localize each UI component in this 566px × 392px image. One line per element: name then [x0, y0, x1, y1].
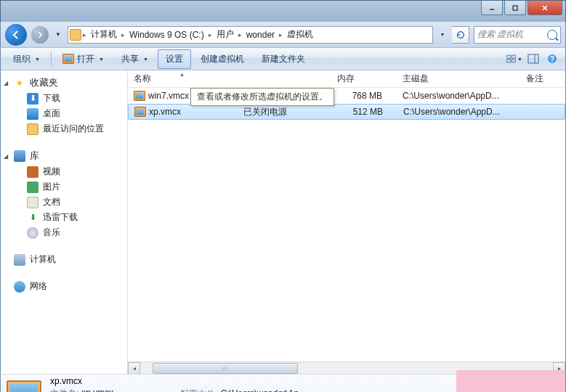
svg-rect-8: [528, 54, 538, 63]
svg-rect-7: [512, 60, 515, 62]
breadcrumb-segment[interactable]: Windows 9 OS (C:): [126, 27, 207, 43]
back-button[interactable]: [5, 24, 27, 46]
address-dropdown[interactable]: ▾: [437, 26, 448, 44]
sidebar-item-recent[interactable]: 最近访问的位置: [1, 121, 127, 136]
create-vm-button[interactable]: 创建虚拟机: [193, 49, 252, 69]
file-list: win7.vmcx 正在运行 768 MB C:\Users\wonder\Ap…: [128, 88, 565, 362]
star-icon: ★: [14, 77, 25, 89]
sidebar-item-thunder[interactable]: ⬇迅雷下载: [1, 210, 127, 225]
watermark: [456, 370, 565, 392]
sidebar-computer[interactable]: 计算机: [1, 252, 127, 267]
thunder-icon: ⬇: [27, 212, 39, 224]
address-bar[interactable]: ▸ 计算机▸ Windows 9 OS (C:)▸ 用户▸ wonder▸ 虚拟…: [68, 26, 433, 44]
network-icon: [14, 281, 25, 293]
refresh-button[interactable]: [452, 26, 469, 44]
details-pane: xp.vmcx 文件名:xp.vmcx 计算机状态:已关闭电源 配置文件:C:\…: [0, 374, 566, 392]
column-notes[interactable]: 备注: [520, 73, 565, 85]
details-value: xp.vmcx: [81, 388, 113, 392]
sidebar-item-music[interactable]: 音乐: [1, 225, 127, 240]
vm-file-icon: [134, 107, 146, 117]
selected-file-icon: [7, 378, 41, 392]
history-dropdown[interactable]: ▼: [53, 26, 63, 44]
desktop-icon: [27, 108, 39, 120]
scroll-thumb[interactable]: [153, 363, 298, 374]
preview-pane-button[interactable]: [525, 51, 542, 67]
svg-rect-4: [507, 55, 511, 58]
recent-icon: [27, 123, 39, 135]
open-button[interactable]: 打开▼: [54, 49, 112, 69]
content-pane: ▲名称 内存 主磁盘 备注 查看或者修改所选虚拟机的设置。 win7.vmcx …: [128, 70, 565, 374]
vm-file-icon: [134, 91, 145, 101]
details-label: 文件名:: [50, 388, 78, 392]
video-icon: [27, 166, 39, 178]
search-input[interactable]: 搜索 虚拟机: [474, 26, 561, 44]
folder-icon: [70, 29, 81, 41]
breadcrumb-segment[interactable]: 虚拟机: [284, 27, 316, 43]
sidebar-item-documents[interactable]: 文档: [1, 195, 127, 210]
details-value: C:\Users\wonder\Ap...: [221, 388, 306, 393]
new-folder-button[interactable]: 新建文件夹: [254, 49, 313, 69]
column-headers: ▲名称 内存 主磁盘 备注: [128, 70, 565, 88]
sidebar-item-downloads[interactable]: ⬇下载: [1, 91, 127, 106]
help-button[interactable]: ?: [543, 51, 561, 67]
title-bar: [0, 0, 566, 22]
toolbar: 组织▼ 打开▼ 共享▼ 设置 创建虚拟机 新建文件夹 ▼ ?: [0, 47, 566, 70]
forward-button[interactable]: [31, 26, 49, 44]
scroll-left-button[interactable]: ◂: [128, 362, 140, 375]
view-options-button[interactable]: ▼: [506, 51, 523, 67]
navigation-row: ▼ ▸ 计算机▸ Windows 9 OS (C:)▸ 用户▸ wonder▸ …: [0, 22, 566, 47]
sidebar-network[interactable]: 网络: [1, 279, 127, 294]
library-icon: [14, 150, 25, 162]
svg-rect-5: [512, 55, 515, 58]
file-row[interactable]: xp.vmcx 已关闭电源 512 MB C:\Users\wonder\App…: [128, 104, 565, 120]
details-label: 配置文件:: [180, 388, 217, 393]
sidebar-item-pictures[interactable]: 图片: [1, 179, 127, 195]
svg-rect-1: [513, 6, 517, 10]
breadcrumb-segment[interactable]: 用户: [214, 27, 237, 43]
vm-icon: [62, 54, 74, 64]
separator: [51, 52, 52, 66]
sidebar-item-videos[interactable]: 视频: [1, 164, 127, 179]
music-icon: [27, 227, 39, 239]
share-button[interactable]: 共享▼: [113, 49, 156, 69]
download-icon: ⬇: [27, 93, 39, 105]
sort-asc-icon: ▲: [179, 71, 185, 78]
sidebar: ★收藏夹 ⬇下载 桌面 最近访问的位置 库 视频 图片 文档 ⬇迅雷下载 音乐 …: [1, 70, 128, 374]
maximize-button[interactable]: [504, 1, 526, 15]
column-name[interactable]: ▲名称: [128, 73, 237, 85]
details-filename: xp.vmcx: [50, 376, 142, 386]
minimize-button[interactable]: [481, 1, 503, 15]
close-button[interactable]: [527, 1, 562, 15]
tooltip: 查看或者修改所选虚拟机的设置。: [190, 88, 334, 106]
svg-text:?: ?: [550, 55, 554, 63]
column-memory[interactable]: 内存: [331, 73, 397, 85]
sidebar-item-desktop[interactable]: 桌面: [1, 106, 127, 121]
organize-button[interactable]: 组织▼: [5, 49, 48, 69]
svg-rect-6: [507, 60, 511, 62]
documents-icon: [27, 197, 39, 208]
settings-button[interactable]: 设置: [158, 49, 191, 69]
breadcrumb-segment[interactable]: 计算机: [88, 27, 120, 43]
sidebar-favorites[interactable]: ★收藏夹: [1, 75, 127, 91]
breadcrumb-segment[interactable]: wonder: [243, 27, 278, 43]
chevron-right-icon: ▸: [81, 31, 88, 38]
pictures-icon: [27, 181, 39, 193]
computer-icon: [14, 254, 25, 266]
column-maindisk[interactable]: 主磁盘: [397, 73, 520, 85]
sidebar-libraries[interactable]: 库: [1, 148, 127, 164]
